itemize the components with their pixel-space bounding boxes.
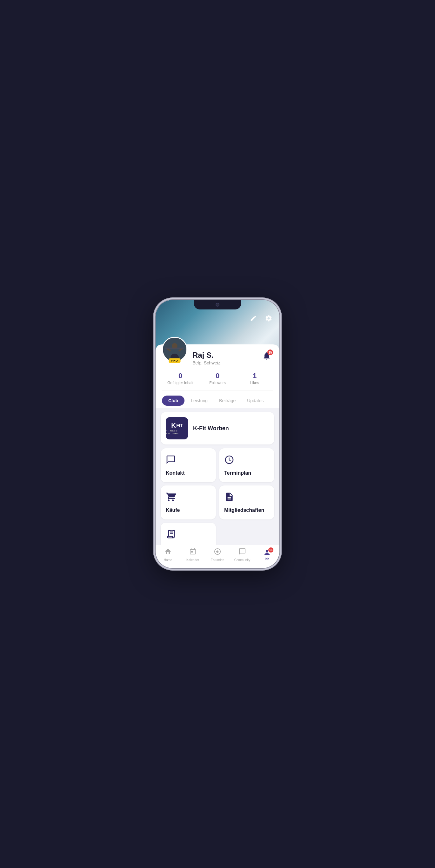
chat-icon: [166, 455, 211, 467]
doc-icon: [224, 492, 269, 504]
club-logo-text: K FIT FITNESS FACTORY: [166, 422, 188, 435]
avatar-container: PRO: [162, 337, 187, 362]
nav-ich[interactable]: 15 Ich: [258, 549, 276, 561]
nav-erkunden[interactable]: Erkunden: [208, 548, 227, 562]
nav-ich-badge-container: 15: [263, 549, 271, 556]
phone-frame: PRO Raj S. Belp, Schweiz 15: [156, 300, 279, 568]
mitgliedschaften-label: Mitgliedschaften: [224, 507, 269, 513]
tab-updates[interactable]: Updates: [242, 396, 269, 406]
header-icons: [248, 313, 274, 324]
stat-followers-number: 0: [199, 372, 236, 380]
nav-ich-label: Ich: [265, 557, 269, 561]
edit-button[interactable]: [248, 313, 259, 324]
content-area: K FIT FITNESS FACTORY K-Fit Worben: [156, 408, 279, 568]
nav-home[interactable]: Home: [159, 548, 177, 562]
nav-kalender[interactable]: Kalender: [183, 548, 202, 562]
mitgliedschaften-card[interactable]: Mitgliedschaften: [219, 486, 274, 520]
club-logo-fit: FIT: [176, 423, 182, 428]
avatar-image: [163, 338, 187, 361]
calendar-icon: [189, 548, 197, 557]
profile-info: Raj S. Belp, Schweiz: [192, 349, 255, 365]
club-logo: K FIT FITNESS FACTORY: [166, 417, 188, 439]
profile-name: Raj S.: [192, 351, 255, 360]
club-name: K-Fit Worben: [193, 425, 229, 432]
community-chat-icon: [238, 548, 246, 557]
stat-likes-number: 1: [236, 372, 273, 380]
profile-location: Belp, Schweiz: [192, 360, 255, 365]
stat-likes-label: Likes: [236, 381, 273, 385]
nav-home-label: Home: [164, 558, 172, 562]
camera-notch: [215, 303, 220, 307]
club-logo-k: K: [171, 422, 176, 429]
nav-erkunden-label: Erkunden: [211, 558, 225, 562]
stat-followers[interactable]: 0 Followers: [199, 372, 236, 385]
club-card[interactable]: K FIT FITNESS FACTORY K-Fit Worben: [161, 412, 274, 444]
stat-likes[interactable]: 1 Likes: [236, 372, 273, 385]
notch: [194, 300, 241, 309]
tab-leistung[interactable]: Leistung: [186, 396, 213, 406]
club-logo-subtitle: FITNESS FACTORY: [166, 429, 188, 435]
receipt-icon: [166, 529, 211, 541]
kontakt-card[interactable]: Kontakt: [161, 448, 216, 482]
kontakt-label: Kontakt: [166, 470, 211, 476]
stat-followed-number: 0: [162, 372, 199, 380]
compass-icon: [214, 548, 221, 557]
screen: PRO Raj S. Belp, Schweiz 15: [156, 300, 279, 568]
phone-inner: PRO Raj S. Belp, Schweiz 15: [156, 300, 279, 568]
stat-followers-label: Followers: [199, 381, 236, 385]
nav-community[interactable]: Community: [233, 548, 252, 562]
tab-beitraege[interactable]: Beiträge: [214, 396, 241, 406]
pro-badge: PRO: [169, 359, 180, 363]
kaeufe-card[interactable]: Käufe: [161, 486, 216, 520]
bottom-nav: Home Kalender Erku: [156, 545, 279, 568]
cart-icon: [166, 492, 211, 504]
stat-followed-content[interactable]: 0 Gefolgter Inhalt: [162, 372, 199, 385]
notification-button[interactable]: 15: [260, 349, 273, 362]
stats-row: 0 Gefolgter Inhalt 0 Followers 1 Likes: [162, 365, 273, 391]
terminplan-card[interactable]: Terminplan: [219, 448, 274, 482]
nav-community-label: Community: [234, 558, 250, 562]
kaeufe-label: Käufe: [166, 507, 211, 513]
profile-card: PRO Raj S. Belp, Schweiz 15: [156, 344, 279, 408]
notification-badge: 15: [267, 349, 273, 355]
terminplan-label: Terminplan: [224, 470, 269, 476]
svg-rect-4: [165, 348, 184, 349]
ich-badge: 15: [268, 548, 273, 553]
grid-row-2: Käufe Mitgliedschaften: [161, 486, 274, 520]
profile-top: PRO Raj S. Belp, Schweiz 15: [162, 344, 273, 365]
nav-kalender-label: Kalender: [187, 558, 199, 562]
clock-icon: [224, 455, 269, 467]
settings-button[interactable]: [263, 313, 274, 324]
tabs-row: Club Leistung Beiträge Updates: [162, 391, 273, 408]
stat-followed-label: Gefolgter Inhalt: [162, 381, 199, 385]
tab-club[interactable]: Club: [162, 396, 185, 406]
home-icon: [164, 548, 172, 557]
grid-row-1: Kontakt Terminplan: [161, 448, 274, 482]
